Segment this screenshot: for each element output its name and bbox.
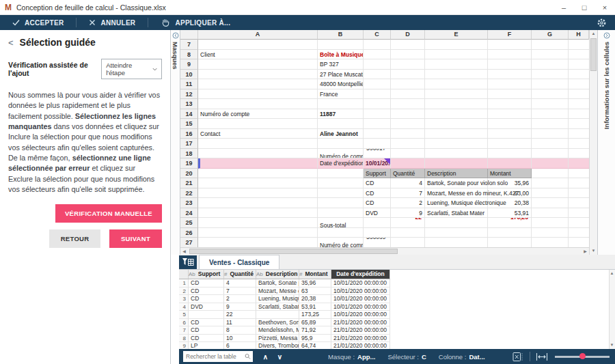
sheet-cell-E10[interactable] bbox=[425, 70, 488, 80]
sheet-cell-D23[interactable]: 2 bbox=[391, 198, 425, 208]
sheet-cell-F10[interactable] bbox=[488, 70, 532, 80]
sheet-cell-E14[interactable] bbox=[425, 109, 488, 120]
next-button[interactable]: SUIVANT bbox=[109, 229, 162, 248]
sheet-cell-B26[interactable] bbox=[318, 228, 364, 238]
row-header[interactable]: 18 bbox=[180, 149, 198, 159]
sheet-cell-C16[interactable] bbox=[364, 129, 391, 139]
table-cell[interactable]: DVD bbox=[189, 303, 224, 311]
search-input[interactable] bbox=[186, 353, 245, 360]
table-row-number[interactable]: 9 bbox=[179, 342, 189, 349]
sheet-cell-G7[interactable] bbox=[532, 40, 569, 50]
cell-info-strip[interactable]: Informations sur les cellules bbox=[597, 30, 615, 255]
sheet-cell-G15[interactable] bbox=[532, 119, 569, 129]
table-cell[interactable]: CD bbox=[189, 326, 224, 335]
sheet-cell-B16[interactable]: Aline Jeannot bbox=[318, 129, 364, 139]
table-cell[interactable]: CD bbox=[189, 335, 224, 343]
table-cell[interactable]: 173,25 bbox=[299, 311, 331, 319]
table-row-number[interactable]: 8 bbox=[179, 335, 189, 343]
row-header[interactable]: 19 bbox=[180, 158, 198, 169]
sheet-cell-F26[interactable] bbox=[488, 228, 532, 238]
sheet-cell-H18[interactable] bbox=[569, 149, 589, 159]
fit-width-icon[interactable] bbox=[536, 352, 548, 361]
table-cell[interactable]: 21/01/2020 00:00:00 bbox=[331, 335, 390, 343]
back-button[interactable]: RETOUR bbox=[49, 229, 101, 248]
masques-tab-label[interactable]: Masques bbox=[172, 42, 179, 70]
table-corner[interactable] bbox=[179, 270, 189, 279]
row-header[interactable]: 17 bbox=[180, 139, 198, 149]
sheet-cell-H13[interactable] bbox=[569, 99, 589, 109]
sheet-cell-G10[interactable] bbox=[532, 70, 569, 80]
sheet-cell-H11[interactable] bbox=[569, 79, 589, 89]
scroll-down-icon[interactable]: ▼ bbox=[609, 341, 615, 349]
table-cell[interactable]: 4 bbox=[224, 279, 256, 288]
sheet-cell-H26[interactable] bbox=[569, 228, 589, 238]
table-cell[interactable]: 63 bbox=[299, 288, 331, 296]
row-header[interactable]: 15 bbox=[180, 119, 198, 129]
colonne-status[interactable]: Colonne : Dat... bbox=[439, 353, 485, 361]
column-header-F[interactable]: F bbox=[488, 30, 532, 40]
sheet-cell-B21[interactable] bbox=[318, 178, 364, 188]
cancel-button[interactable]: ANNULER bbox=[77, 15, 148, 30]
sheet-cell-A12[interactable] bbox=[198, 89, 318, 100]
sheet-cell-B10[interactable]: 27 Place Muscatine bbox=[318, 70, 364, 80]
sheet-cell-E26[interactable] bbox=[425, 228, 488, 238]
sheet-cell-A10[interactable] bbox=[198, 70, 318, 80]
sheet-cell-C14[interactable] bbox=[364, 109, 391, 120]
masque-button[interactable] bbox=[179, 255, 197, 269]
sheet-cell-C26[interactable] bbox=[364, 228, 391, 238]
sheet-cell-F20[interactable]: Montant bbox=[488, 169, 532, 179]
sheet-cell-B24[interactable] bbox=[318, 208, 364, 219]
sheet-cell-D24[interactable]: 9 bbox=[391, 208, 425, 219]
table-cell[interactable]: 22 bbox=[224, 311, 256, 319]
sheet-cell-E21[interactable]: Bartok, Sonate pour violon solo bbox=[425, 178, 488, 188]
sheet-cell-B15[interactable] bbox=[318, 119, 364, 129]
sheet-cell-C20[interactable]: Support bbox=[364, 169, 391, 179]
sheet-cell-E22[interactable]: Mozart, Messe en do mineur, K.427 bbox=[425, 188, 488, 199]
table-row[interactable]: 6CD11Beethoven, Sonate P...65,8921/01/20… bbox=[179, 319, 609, 327]
sheet-cell-F24[interactable]: 53,91 bbox=[488, 208, 532, 219]
auto-hide-icon[interactable] bbox=[172, 32, 179, 39]
sheet-cell-D27[interactable] bbox=[391, 238, 425, 247]
sheet-cell-D9[interactable] bbox=[391, 59, 425, 70]
row-header[interactable]: 22 bbox=[180, 188, 198, 199]
auto-hide-icon[interactable] bbox=[603, 32, 610, 39]
sheet-cell-F13[interactable] bbox=[488, 99, 532, 109]
sheet-cell-A7[interactable] bbox=[198, 40, 318, 50]
sheet-cell-D25[interactable]: 22 bbox=[391, 218, 425, 228]
row-header[interactable]: 23 bbox=[180, 198, 198, 208]
sheet-cell-B13[interactable] bbox=[318, 99, 364, 109]
table-cell[interactable]: 53,91 bbox=[299, 303, 331, 311]
sheet-cell-D26[interactable] bbox=[391, 228, 425, 238]
tab-ventes-classique[interactable]: Ventes - Classique bbox=[199, 255, 279, 269]
sheet-cell-B27[interactable]: Numéro de commande bbox=[318, 238, 364, 247]
sheet-cell-A23[interactable] bbox=[198, 198, 318, 208]
sheet-cell-D8[interactable] bbox=[391, 50, 425, 60]
sheet-cell-H27[interactable] bbox=[569, 238, 589, 247]
sheet-cell-C17[interactable] bbox=[364, 139, 391, 149]
masque-status[interactable]: Masque : App... bbox=[328, 353, 375, 361]
sheet-cell-C10[interactable] bbox=[364, 70, 391, 80]
sheet-cell-E7[interactable] bbox=[425, 40, 488, 50]
sheet-cell-H9[interactable] bbox=[569, 59, 589, 70]
sheet-cell-D12[interactable] bbox=[391, 89, 425, 100]
table-column-header-5[interactable]: Date d'expédition bbox=[331, 270, 390, 279]
sheet-cell-A21[interactable] bbox=[198, 178, 318, 188]
table-row-number[interactable]: 3 bbox=[179, 295, 189, 303]
row-header[interactable]: 21 bbox=[180, 178, 198, 188]
sheet-cell-B8[interactable]: Boîte à Musique d'Aline bbox=[318, 50, 364, 60]
sheet-cell-H17[interactable] bbox=[569, 139, 589, 149]
column-header-C[interactable]: C bbox=[364, 30, 391, 40]
sheet-cell-E9[interactable] bbox=[425, 59, 488, 70]
sheet-cell-C25[interactable] bbox=[364, 218, 391, 228]
sheet-cell-A25[interactable] bbox=[198, 218, 318, 228]
table-cell[interactable]: 7 bbox=[224, 288, 256, 296]
sheet-cell-G8[interactable] bbox=[532, 50, 569, 60]
table-cell[interactable]: 10/01/2020 00:00:00 bbox=[331, 288, 390, 296]
sheet-cell-D21[interactable]: 4 bbox=[391, 178, 425, 188]
sheet-cell-G17[interactable] bbox=[532, 139, 569, 149]
sheet-cell-H21[interactable] bbox=[569, 178, 589, 188]
sheet-cell-B9[interactable]: BP 327 bbox=[318, 59, 364, 70]
sheet-cell-B20[interactable] bbox=[318, 169, 364, 179]
sheet-cell-G9[interactable] bbox=[532, 59, 569, 70]
sheet-cell-E20[interactable]: Description bbox=[425, 169, 488, 179]
